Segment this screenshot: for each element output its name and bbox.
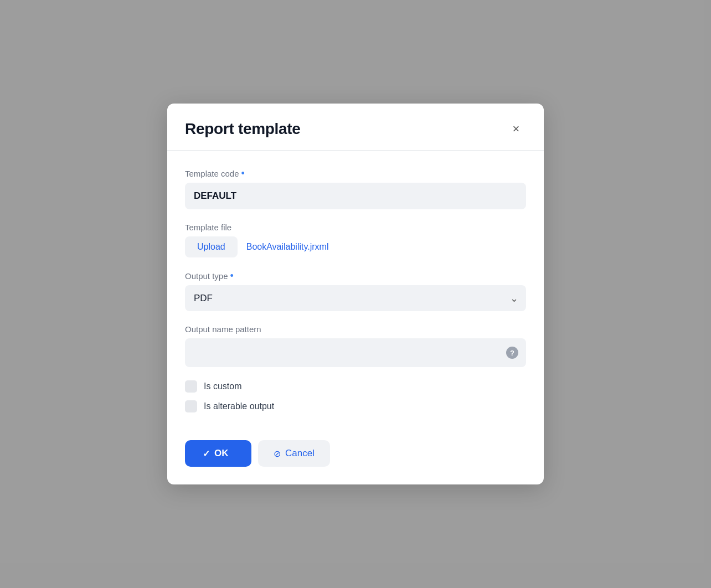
is-custom-checkbox[interactable] [185, 380, 197, 393]
upload-button[interactable]: Upload [185, 236, 238, 257]
template-file-row: Upload BookAvailability.jrxml [185, 236, 526, 257]
help-icon[interactable]: ? [506, 347, 518, 359]
output-name-pattern-label: Output name pattern [185, 324, 526, 334]
dialog-footer: ✓ OK ⊘ Cancel [167, 436, 544, 484]
is-alterable-checkbox[interactable] [185, 400, 197, 412]
is-custom-label: Is custom [204, 381, 241, 391]
template-code-required: • [241, 168, 245, 178]
dialog-title: Report template [185, 120, 301, 138]
checkbox-group: Is custom Is alterable output [185, 380, 526, 412]
template-file-label: Template file [185, 223, 526, 232]
ok-button[interactable]: ✓ OK [185, 440, 251, 467]
cancel-button[interactable]: ⊘ Cancel [258, 440, 330, 467]
file-name: BookAvailability.jrxml [246, 242, 329, 252]
output-name-pattern-input[interactable] [185, 338, 526, 367]
output-type-label: Output type • [185, 271, 526, 281]
output-name-pattern-wrapper: ? [185, 338, 526, 367]
close-button[interactable]: × [506, 119, 526, 139]
checkmark-icon: ✓ [203, 448, 210, 459]
is-custom-row: Is custom [185, 380, 526, 393]
dialog: Report template × Template code • Templa… [167, 104, 544, 484]
template-code-label: Template code • [185, 168, 526, 178]
is-alterable-row: Is alterable output [185, 400, 526, 412]
dialog-header: Report template × [167, 104, 544, 150]
output-type-select[interactable]: PDF XLSX CSV HTML DOCX [185, 285, 526, 311]
template-code-group: Template code • [185, 168, 526, 209]
template-file-group: Template file Upload BookAvailability.jr… [185, 223, 526, 257]
cancel-circle-icon: ⊘ [274, 448, 281, 459]
dialog-overlay: Report template × Template code • Templa… [0, 0, 711, 588]
is-alterable-label: Is alterable output [204, 401, 274, 411]
output-type-required: • [230, 271, 234, 281]
template-code-input[interactable] [185, 183, 526, 209]
output-type-group: Output type • PDF XLSX CSV HTML DOCX ⌄ [185, 271, 526, 311]
dialog-body: Template code • Template file Upload Boo… [167, 159, 544, 436]
header-divider [167, 150, 544, 151]
output-name-pattern-group: Output name pattern ? [185, 324, 526, 367]
output-type-select-wrapper: PDF XLSX CSV HTML DOCX ⌄ [185, 285, 526, 311]
